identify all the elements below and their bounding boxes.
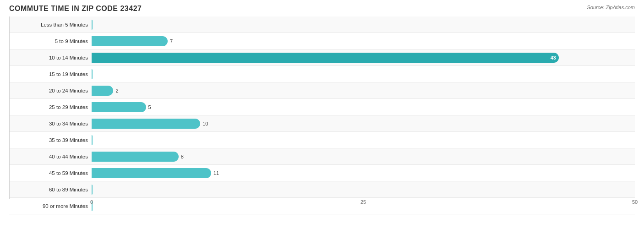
- bar-fill: 43: [92, 53, 559, 63]
- bar-value: 8: [181, 154, 644, 159]
- chart-body: Less than 5 Minutes5 to 9 Minutes710 to …: [9, 16, 635, 211]
- bar-row: 15 to 19 Minutes: [9, 66, 635, 82]
- bar-label: 30 to 34 Minutes: [9, 121, 92, 126]
- bar-fill: [92, 86, 113, 96]
- bar-value: 5: [148, 104, 644, 110]
- bar-value: 11: [213, 170, 644, 176]
- bar-value: 43: [551, 55, 556, 60]
- bar-label: 15 to 19 Minutes: [9, 71, 92, 77]
- x-tick: 25: [360, 199, 366, 205]
- bar-value: 10: [202, 121, 644, 126]
- bar-track: 11: [92, 165, 635, 181]
- chart-container: COMMUTE TIME IN ZIP CODE 23427 Source: Z…: [0, 0, 644, 240]
- bar-fill: [92, 185, 93, 195]
- bar-label: 60 to 89 Minutes: [9, 187, 92, 192]
- bar-fill: [92, 135, 93, 145]
- bar-label: 5 to 9 Minutes: [9, 38, 92, 44]
- bar-track: [92, 66, 635, 82]
- bar-track: 10: [92, 115, 635, 131]
- chart-header: COMMUTE TIME IN ZIP CODE 23427 Source: Z…: [9, 5, 635, 13]
- bar-fill: [92, 152, 179, 162]
- bar-track: 7: [92, 33, 635, 49]
- bar-label: 35 to 39 Minutes: [9, 137, 92, 143]
- bar-label: 40 to 44 Minutes: [9, 154, 92, 159]
- bar-fill: [92, 20, 93, 30]
- bar-fill: [92, 102, 146, 112]
- bar-row: 30 to 34 Minutes10: [9, 115, 635, 132]
- chart-title: COMMUTE TIME IN ZIP CODE 23427: [9, 5, 142, 13]
- bar-fill: [92, 36, 168, 46]
- bar-value: 2: [115, 88, 644, 93]
- bar-row: 60 to 89 Minutes: [9, 181, 635, 198]
- bar-row: 35 to 39 Minutes: [9, 132, 635, 148]
- bar-row: 25 to 29 Minutes5: [9, 99, 635, 115]
- bar-track: 43: [92, 49, 635, 65]
- bar-label: Less than 5 Minutes: [9, 22, 92, 27]
- bar-value: 7: [170, 38, 644, 44]
- bar-track: 8: [92, 148, 635, 164]
- bar-row: 45 to 59 Minutes11: [9, 165, 635, 181]
- x-tick: 50: [632, 199, 638, 205]
- bar-label: 20 to 24 Minutes: [9, 88, 92, 93]
- bar-track: 2: [92, 82, 635, 98]
- x-axis: 02550: [92, 199, 635, 211]
- bar-fill: [92, 119, 200, 129]
- bar-row: 10 to 14 Minutes43: [9, 49, 635, 66]
- bar-track: [92, 132, 635, 148]
- x-tick: 0: [90, 199, 93, 205]
- bar-track: [92, 16, 635, 33]
- bar-track: 5: [92, 99, 635, 115]
- bar-label: 25 to 29 Minutes: [9, 104, 92, 110]
- chart-source: Source: ZipAtlas.com: [587, 5, 635, 10]
- bar-row: 20 to 24 Minutes2: [9, 82, 635, 99]
- bar-label: 90 or more Minutes: [9, 203, 92, 209]
- bars-area: Less than 5 Minutes5 to 9 Minutes710 to …: [9, 16, 635, 199]
- bar-label: 10 to 14 Minutes: [9, 55, 92, 60]
- bar-row: Less than 5 Minutes: [9, 16, 635, 33]
- bar-fill: [92, 69, 93, 79]
- bar-row: 40 to 44 Minutes8: [9, 148, 635, 165]
- bar-track: [92, 181, 635, 197]
- bar-label: 45 to 59 Minutes: [9, 170, 92, 176]
- bar-row: 5 to 9 Minutes7: [9, 33, 635, 49]
- bar-fill: [92, 168, 211, 178]
